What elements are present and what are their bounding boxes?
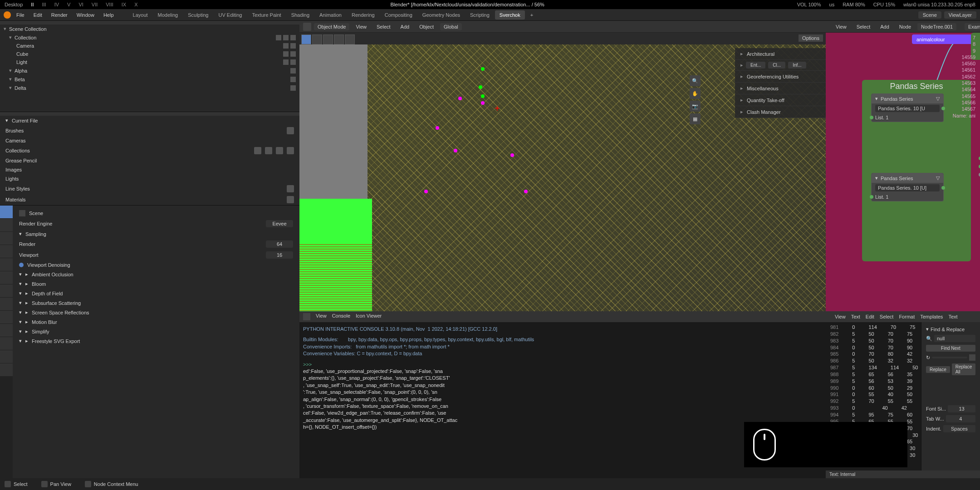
render-tab-icon[interactable] — [0, 206, 13, 218]
viewlayer-selector[interactable]: ViewLayer — [944, 11, 976, 19]
console-menu-iconviewer[interactable]: Icon Viewer — [356, 313, 382, 320]
mb-panel[interactable]: ▸ Motion Blur — [15, 317, 297, 327]
eye-icon[interactable] — [283, 59, 289, 65]
find-next-button[interactable]: Find Next — [926, 345, 975, 352]
text-menu-templates[interactable]: Templates — [920, 314, 943, 319]
npanel-btn-inf[interactable]: Inf... — [788, 62, 806, 69]
console-prompt[interactable]: >>> — [303, 361, 822, 368]
cat-cameras[interactable]: Cameras — [0, 136, 299, 145]
orientation-selector[interactable]: Global — [440, 23, 462, 30]
tab-animation[interactable]: Animation — [315, 10, 346, 20]
scene-name[interactable]: Scene — [29, 211, 43, 216]
find-input[interactable]: null — [934, 335, 975, 342]
vp-menu-add[interactable]: Add — [397, 23, 413, 30]
denoise-label[interactable]: Viewport Denoising — [27, 262, 70, 268]
render-icon[interactable] — [290, 59, 296, 65]
viewport-options[interactable]: Options — [799, 34, 823, 42]
bloom-panel[interactable]: ▸ Bloom — [15, 279, 297, 289]
object-tab-icon[interactable] — [0, 271, 13, 284]
node-menu-add[interactable]: Add — [877, 23, 893, 30]
menu-help[interactable]: Help — [100, 11, 118, 19]
series2-dropdown[interactable]: Pandas Series. 10 [U] — [875, 184, 940, 191]
sss-panel[interactable]: ▸ Subsurface Scattering — [15, 298, 297, 308]
outliner-cube[interactable]: Cube — [0, 50, 299, 58]
world-tab-icon[interactable] — [0, 258, 13, 271]
npanel-btn-cl[interactable]: Cl... — [768, 62, 785, 69]
outliner-alpha[interactable]: Alpha — [0, 66, 299, 75]
select-tool-icon[interactable] — [301, 34, 311, 44]
tab-shading[interactable]: Shading — [287, 10, 314, 20]
series1-dropdown[interactable]: Pandas Series. 10 [U — [875, 105, 940, 112]
move-tool-icon[interactable] — [323, 34, 333, 44]
blender-logo-icon[interactable] — [4, 11, 11, 19]
replace-button[interactable]: Replace — [926, 366, 950, 373]
node-pandas-series-2[interactable]: Pandas Series▽ Pandas Series. 10 [U] Lis… — [871, 173, 944, 201]
indent-field[interactable]: Spaces — [943, 425, 975, 432]
sampling-panel[interactable]: Sampling — [15, 229, 297, 239]
menu-edit[interactable]: Edit — [30, 11, 46, 19]
node-editor[interactable]: View Select Add Node NodeTree.001 Exampl… — [826, 21, 980, 311]
vp-menu-object[interactable]: Object — [416, 23, 437, 30]
eye-icon[interactable] — [283, 51, 289, 57]
socket-out[interactable] — [941, 107, 945, 110]
tab-sculpting[interactable]: Sculpting — [183, 10, 213, 20]
eye-icon[interactable] — [283, 43, 289, 49]
npanel-clash[interactable]: Clash Manager — [735, 106, 826, 118]
npanel-georef[interactable]: Georeferencing Utilities — [735, 71, 826, 83]
workspace-5[interactable]: V — [67, 2, 70, 7]
examples-dropdown[interactable]: Examples — [965, 23, 980, 30]
replace-input[interactable] — [932, 357, 967, 358]
editor-type-icon[interactable] — [303, 23, 311, 31]
text-menu-format[interactable]: Format — [899, 314, 915, 319]
rotate-tool-icon[interactable] — [334, 34, 344, 44]
engine-selector[interactable]: Eevee — [266, 220, 293, 227]
cat-materials[interactable]: Materials — [0, 194, 299, 205]
console-menu-console[interactable]: Console — [332, 313, 350, 320]
render-samples-field[interactable]: 64 — [266, 240, 293, 248]
menu-file[interactable]: File — [13, 11, 28, 19]
persp-gizmo-icon[interactable]: ▦ — [690, 113, 701, 124]
constraint-tab-icon[interactable] — [0, 324, 13, 337]
menu-render[interactable]: Render — [48, 11, 71, 19]
text-menu-text[interactable]: Text — [851, 314, 860, 319]
eye-icon[interactable] — [290, 77, 296, 82]
outliner-camera[interactable]: Camera — [0, 42, 299, 50]
cat-collections[interactable]: Collections — [0, 145, 299, 156]
dof-panel[interactable]: ▸ Depth of Field — [15, 289, 297, 298]
tab-add[interactable]: + — [526, 10, 538, 20]
text-menu-edit[interactable]: Edit — [866, 314, 874, 319]
node-menu-select[interactable]: Select — [853, 23, 874, 30]
node-pandas-series-1[interactable]: Pandas Series▽ Pandas Series. 10 [U List… — [871, 93, 944, 122]
texture-tab-icon[interactable] — [0, 363, 13, 376]
checkbox-icon[interactable] — [276, 35, 281, 40]
tab-scripting[interactable]: Scripting — [466, 10, 494, 20]
socket-in[interactable] — [870, 195, 873, 199]
cat-lights[interactable]: Lights — [0, 174, 299, 183]
ssr-panel[interactable]: ▸ Screen Space Reflections — [15, 308, 297, 317]
workspace-10[interactable]: X — [134, 2, 137, 7]
particle-tab-icon[interactable] — [0, 298, 13, 310]
tab-geonodes[interactable]: Geometry Nodes — [418, 10, 465, 20]
eyedropper-icon[interactable] — [969, 354, 975, 361]
tabw-field[interactable]: 4 — [946, 415, 975, 422]
freestyle-panel[interactable]: ▸ Freestyle SVG Export — [15, 336, 297, 346]
checkbox-icon[interactable] — [19, 263, 24, 267]
replace-all-button[interactable]: Replace All — [952, 363, 976, 375]
3d-viewport[interactable]: Object Mode View Select Add Object Globa… — [299, 21, 826, 311]
render-icon[interactable] — [290, 51, 296, 57]
node-menu-view[interactable]: View — [832, 23, 850, 30]
workspace-9[interactable]: IX — [122, 2, 126, 7]
cat-gpencil[interactable]: Grease Pencil — [0, 156, 299, 165]
npanel-architectural[interactable]: Architectural — [735, 48, 826, 60]
filter-icon[interactable]: ▽ — [936, 96, 940, 102]
outliner-beta[interactable]: Beta — [0, 75, 299, 83]
vp-menu-view[interactable]: View — [352, 23, 370, 30]
modifier-tab-icon[interactable] — [0, 284, 13, 297]
camera-gizmo-icon[interactable]: 📷 — [690, 101, 701, 112]
scale-tool-icon[interactable] — [345, 34, 355, 44]
outliner-delta[interactable]: Delta — [0, 83, 299, 92]
eye-icon[interactable] — [290, 68, 296, 74]
outliner-light[interactable]: Light — [0, 58, 299, 66]
pan-gizmo-icon[interactable]: ✋ — [690, 88, 701, 99]
tab-texture[interactable]: Texture Paint — [247, 10, 285, 20]
